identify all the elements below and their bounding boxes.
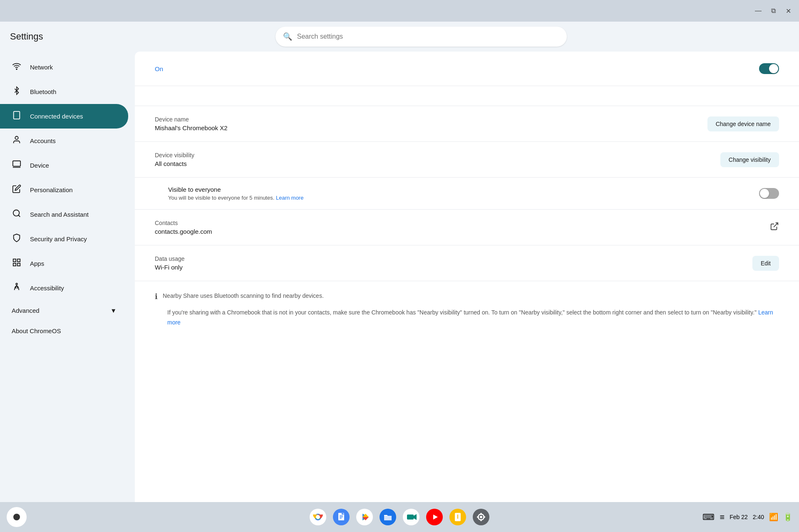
- svg-rect-45: [483, 517, 485, 518]
- date-display: Feb 22: [730, 514, 748, 520]
- external-link-icon[interactable]: [770, 222, 779, 233]
- taskbar-app-docs[interactable]: [330, 506, 352, 528]
- sidebar-item-label: Network: [30, 64, 53, 71]
- search-bar-container: 🔍: [275, 27, 567, 47]
- sidebar-item-bluetooth[interactable]: Bluetooth: [0, 79, 128, 104]
- sidebar-item-label: Security and Privacy: [30, 235, 87, 242]
- sidebar-item-advanced[interactable]: Advanced ▼: [0, 300, 128, 321]
- bluetooth-icon: [12, 86, 22, 97]
- bluetooth-toggle[interactable]: [759, 63, 779, 74]
- info-section: ℹ Nearby Share uses Bluetooth scanning t…: [135, 281, 799, 338]
- sidebar-item-label: Bluetooth: [30, 88, 56, 95]
- sidebar-item-security-privacy[interactable]: Security and Privacy: [0, 227, 128, 251]
- svg-point-41: [480, 516, 482, 518]
- person-icon: [12, 135, 22, 146]
- sidebar-item-personalization[interactable]: Personalization: [0, 178, 128, 202]
- search-icon: 🔍: [283, 32, 292, 41]
- body: Network Bluetooth Connected devices: [0, 52, 799, 502]
- contacts-info: Contacts contacts.google.com: [155, 220, 212, 235]
- launcher-icon: [13, 514, 20, 520]
- visible-toggle-knob: [760, 189, 769, 198]
- search-nav-icon: [12, 209, 22, 220]
- edit-data-usage-button[interactable]: Edit: [752, 256, 779, 271]
- toggle-label: On: [155, 65, 163, 72]
- taskbar-app-files[interactable]: [377, 506, 399, 528]
- svg-point-18: [316, 515, 320, 519]
- battery-icon: 🔋: [783, 512, 792, 522]
- sidebar-item-apps[interactable]: Apps: [0, 251, 128, 276]
- sidebar-item-about[interactable]: About ChromeOS: [0, 321, 133, 341]
- data-usage-row: Data usage Wi-Fi only Edit: [135, 245, 799, 281]
- taskbar-app-chrome[interactable]: [307, 506, 329, 528]
- svg-rect-4: [13, 161, 20, 166]
- svg-rect-10: [17, 263, 20, 266]
- visible-desc: You will be visible to everyone for 5 mi…: [168, 195, 759, 201]
- laptop-icon: [12, 160, 22, 171]
- taskbar-app-keep[interactable]: [447, 506, 469, 528]
- svg-rect-44: [477, 517, 479, 518]
- svg-rect-42: [481, 513, 482, 515]
- taskbar-right: ⌨ ≡ Feb 22 2:40 📶 🔋: [702, 512, 792, 522]
- svg-rect-23: [340, 518, 342, 519]
- bluetooth-toggle-row: On: [135, 52, 799, 86]
- toggle-knob: [769, 64, 778, 73]
- data-usage-title: Data usage: [155, 255, 752, 262]
- visible-title: Visible to everyone: [168, 186, 759, 193]
- info-icon: ℹ: [155, 292, 158, 301]
- launcher-button[interactable]: [7, 507, 27, 527]
- app-window: Settings 🔍 Network: [0, 22, 799, 502]
- device-visibility-title: Device visibility: [155, 152, 720, 158]
- taskbar: ⌨ ≡ Feb 22 2:40 📶 🔋: [0, 502, 799, 532]
- minimize-button[interactable]: —: [752, 5, 764, 17]
- svg-rect-21: [340, 515, 343, 516]
- device-name-title: Device name: [155, 116, 707, 123]
- taskbar-app-settings[interactable]: [470, 506, 492, 528]
- sidebar-item-accessibility[interactable]: Accessibility: [0, 276, 128, 300]
- title-bar: — ⧉ ✕: [0, 0, 799, 22]
- device-name-value: Mishaal's Chromebook X2: [155, 124, 707, 131]
- spacer: [135, 86, 799, 106]
- taskbar-app-meet[interactable]: [400, 506, 422, 528]
- taskbar-app-play[interactable]: [354, 506, 375, 528]
- data-usage-value: Wi-Fi only: [155, 264, 752, 271]
- sidebar-item-connected-devices[interactable]: Connected devices: [0, 104, 128, 129]
- svg-point-0: [16, 69, 17, 69]
- close-button[interactable]: ✕: [782, 5, 794, 17]
- menu-lines-icon[interactable]: ≡: [720, 512, 725, 522]
- visible-learn-more-link[interactable]: Learn more: [276, 195, 303, 201]
- search-input[interactable]: [275, 27, 567, 47]
- visible-to-everyone-row: Visible to everyone You will be visible …: [135, 178, 799, 210]
- change-visibility-button[interactable]: Change visibility: [720, 152, 779, 167]
- maximize-button[interactable]: ⧉: [767, 5, 779, 17]
- info-row-1: ℹ Nearby Share uses Bluetooth scanning t…: [155, 291, 779, 301]
- header: Settings 🔍: [0, 22, 799, 52]
- accessibility-icon: [12, 282, 22, 294]
- sidebar-item-search-assistant[interactable]: Search and Assistant: [0, 202, 128, 227]
- device-name-info: Device name Mishaal's Chromebook X2: [155, 116, 707, 131]
- sidebar-item-device[interactable]: Device: [0, 153, 128, 178]
- svg-rect-43: [481, 519, 482, 521]
- svg-point-6: [13, 210, 20, 216]
- taskbar-app-youtube[interactable]: [424, 506, 445, 528]
- edit-icon: [12, 184, 22, 195]
- sidebar-item-network[interactable]: Network: [0, 55, 128, 79]
- sidebar-item-accounts[interactable]: Accounts: [0, 129, 128, 153]
- svg-rect-11: [13, 263, 16, 266]
- keyboard-icon[interactable]: ⌨: [702, 512, 715, 522]
- sidebar-item-label: Search and Assistant: [30, 211, 89, 218]
- svg-rect-22: [340, 517, 343, 517]
- grid-icon: [12, 258, 22, 269]
- sidebar-item-label: Accessibility: [30, 285, 64, 292]
- info-text-2: If you're sharing with a Chromebook that…: [167, 309, 757, 316]
- chevron-down-icon: ▼: [110, 307, 117, 314]
- about-label: About ChromeOS: [12, 327, 61, 334]
- sidebar-item-label: Apps: [30, 260, 44, 267]
- svg-line-13: [774, 223, 778, 227]
- sidebar-item-label: Device: [30, 162, 49, 169]
- advanced-label: Advanced: [12, 307, 40, 314]
- change-device-name-button[interactable]: Change device name: [707, 116, 779, 131]
- info-text-1: Nearby Share uses Bluetooth scanning to …: [163, 291, 324, 300]
- wifi-icon: [12, 62, 22, 73]
- visible-toggle[interactable]: [759, 188, 779, 199]
- svg-rect-8: [13, 259, 16, 262]
